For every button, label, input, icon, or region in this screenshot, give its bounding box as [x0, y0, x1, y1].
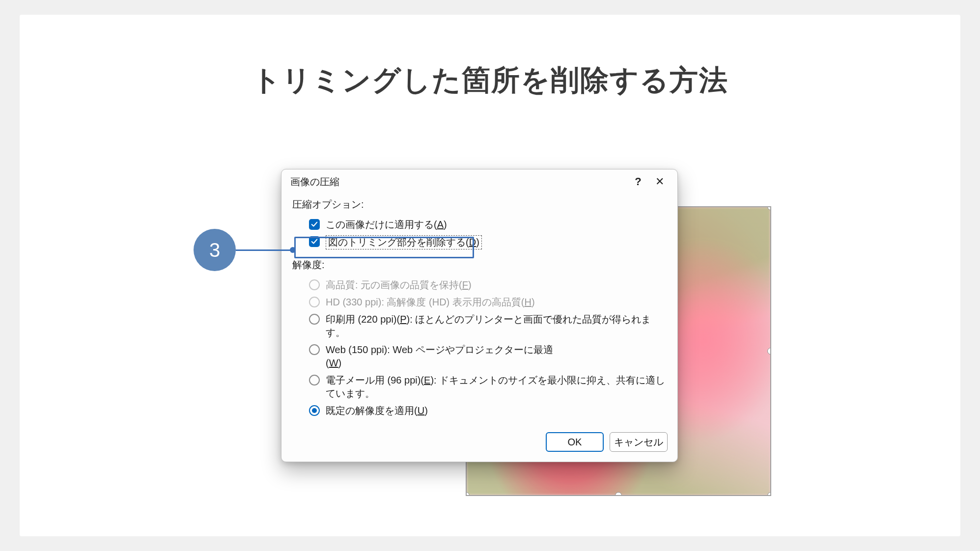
radio-print-row[interactable]: 印刷用 (220 ppi)(P): ほとんどのプリンターと画面で優れた品質が得ら…	[292, 311, 667, 341]
dialog-body: 圧縮オプション: この画像だけに適用する(A) 図のトリミング部分を削除する(D…	[281, 193, 677, 426]
radio-hd-label: HD (330 ppi): 高解像度 (HD) 表示用の高品質(H)	[326, 296, 535, 309]
checkbox-apply-only-row[interactable]: この画像だけに適用する(A)	[292, 216, 667, 233]
check-icon	[311, 221, 318, 228]
radio-high-label: 高品質: 元の画像の品質を保持(F)	[326, 278, 472, 292]
slide-canvas: トリミングした箇所を削除する方法 画像の圧縮 ? ✕ 圧縮オプション:	[20, 15, 960, 536]
compression-options-label: 圧縮オプション:	[292, 198, 667, 211]
checkbox-delete-crop[interactable]	[309, 236, 320, 247]
radio-web[interactable]	[309, 344, 320, 355]
radio-email-label: 電子メール用 (96 ppi)(E): ドキュメントのサイズを最小限に抑え、共有…	[326, 374, 667, 400]
step-badge: 3	[194, 229, 236, 271]
callout-connector	[236, 249, 294, 251]
radio-high	[309, 279, 320, 290]
help-icon: ?	[635, 175, 641, 188]
focused-label: 図のトリミング部分を削除する(D)	[326, 235, 482, 249]
radio-web-label: Web (150 ppi): Web ページやプロジェクターに最適(W)	[326, 343, 567, 370]
close-button[interactable]: ✕	[649, 174, 671, 189]
ok-button[interactable]: OK	[546, 432, 604, 452]
resize-handle-mr[interactable]	[767, 348, 771, 355]
check-icon	[311, 238, 318, 245]
checkbox-apply-only[interactable]	[309, 219, 320, 230]
checkbox-delete-crop-row[interactable]: 図のトリミング部分を削除する(D)	[292, 233, 667, 251]
checkbox-apply-only-label: この画像だけに適用する(A)	[326, 218, 447, 231]
radio-web-row[interactable]: Web (150 ppi): Web ページやプロジェクターに最適(W)	[292, 341, 567, 372]
radio-high-row: 高品質: 元の画像の品質を保持(F)	[292, 276, 667, 294]
resize-handle-bm[interactable]	[615, 492, 622, 496]
cancel-button[interactable]: キャンセル	[610, 432, 668, 452]
radio-hd	[309, 297, 320, 307]
resize-handle-br[interactable]	[767, 492, 771, 496]
radio-default[interactable]	[309, 405, 320, 416]
close-icon: ✕	[655, 175, 664, 188]
checkbox-delete-crop-label: 図のトリミング部分を削除する(D)	[326, 235, 482, 249]
radio-default-row[interactable]: 既定の解像度を適用(U)	[292, 402, 667, 419]
radio-print[interactable]	[309, 314, 320, 325]
dialog-button-row: OK キャンセル	[281, 426, 677, 462]
step-number: 3	[209, 239, 220, 261]
help-button[interactable]: ?	[627, 174, 649, 189]
page-title: トリミングした箇所を削除する方法	[20, 61, 960, 100]
radio-print-label: 印刷用 (220 ppi)(P): ほとんどのプリンターと画面で優れた品質が得ら…	[326, 313, 667, 339]
radio-default-label: 既定の解像度を適用(U)	[326, 404, 428, 417]
dialog-titlebar: 画像の圧縮 ? ✕	[281, 169, 677, 193]
radio-email-row[interactable]: 電子メール用 (96 ppi)(E): ドキュメントのサイズを最小限に抑え、共有…	[292, 372, 667, 402]
dialog-title: 画像の圧縮	[290, 175, 627, 189]
radio-email[interactable]	[309, 375, 320, 386]
radio-dot	[312, 408, 317, 413]
compress-pictures-dialog: 画像の圧縮 ? ✕ 圧縮オプション: この画像だけに適用する(A)	[281, 169, 678, 462]
radio-hd-row: HD (330 ppi): 高解像度 (HD) 表示用の高品質(H)	[292, 294, 667, 311]
resolution-label: 解像度:	[292, 258, 667, 272]
